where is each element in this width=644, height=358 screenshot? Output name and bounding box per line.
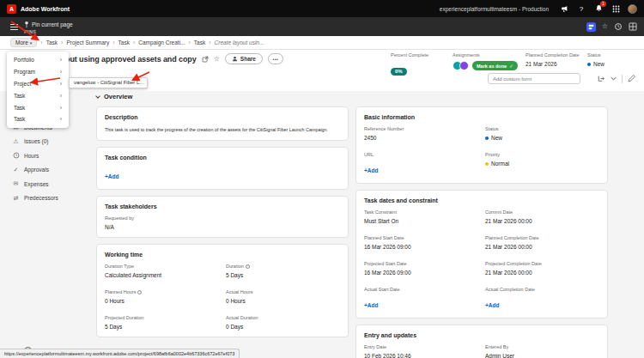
notifications-bell-icon[interactable]: 1: [593, 3, 604, 14]
pin-current-page-button[interactable]: Pin current page: [24, 20, 73, 28]
add-url-link[interactable]: +Add: [364, 167, 378, 173]
breadcrumb: More ▾ › Task › Project Summary › Task ›…: [0, 36, 644, 50]
open-link-icon[interactable]: [202, 56, 209, 63]
field: Duration Type Calculated Assignment: [105, 264, 219, 278]
field-label: Actual Start Date: [364, 287, 478, 292]
field: Task Constraint Must Start On: [364, 209, 478, 224]
approvals-icon: ✓: [12, 167, 20, 173]
menu-item-label: Task: [14, 105, 25, 111]
planned-completion-value: 21 Mar 2026: [526, 61, 580, 67]
assignments-block: Assignments Mark as done ✓: [453, 52, 518, 70]
menu-item-portfolio[interactable]: Portfolio ›: [7, 54, 69, 66]
menu-item-label: Project: [14, 81, 31, 87]
breadcrumb-item[interactable]: Campaign Creati...: [138, 39, 185, 46]
menu-item-task[interactable]: Task ›: [7, 113, 69, 125]
breadcrumb-more-menu: Portfolio › Program › Project › Task › T…: [7, 52, 69, 128]
blue-page-icon[interactable]: [586, 22, 596, 32]
field: Priority Normal: [485, 152, 599, 176]
star-icon[interactable]: ☆: [602, 23, 608, 30]
chevron-right-icon: ›: [60, 69, 62, 75]
sidebar-item-hours[interactable]: Hours: [0, 149, 89, 163]
menu-item-program[interactable]: Program ›: [7, 66, 69, 78]
breadcrumb-item[interactable]: Task: [46, 39, 58, 46]
chevron-right-icon: ›: [60, 116, 62, 122]
pin-bar: Pin current page PINS ☆: [0, 17, 644, 36]
megaphone-icon[interactable]: [559, 3, 569, 14]
more-options-button[interactable]: •••: [268, 53, 283, 64]
share-button[interactable]: Share: [225, 53, 263, 64]
history-icon[interactable]: [614, 22, 623, 31]
mark-as-done-button[interactable]: Mark as done ✓: [472, 61, 518, 70]
layout-grid-icon[interactable]: [629, 22, 637, 31]
chevron-down-icon: ▾: [30, 40, 33, 46]
add-actual-start-link[interactable]: +Add: [364, 302, 378, 308]
breadcrumb-separator: ›: [61, 39, 63, 46]
description-text: This task is used to track the progress …: [105, 126, 340, 133]
field: Commit Date 21 Mar 2026 00:00: [485, 209, 599, 224]
chevron-right-icon: ›: [60, 81, 62, 87]
chevron-down-icon[interactable]: [611, 76, 617, 81]
percent-complete-label: Percent Complete: [391, 52, 428, 58]
status-label: Status: [587, 52, 605, 58]
field-label: Projected Completion Date: [485, 261, 599, 266]
task-dates-card: Task dates and constraint Task Constrain…: [355, 190, 608, 319]
user-avatar[interactable]: [628, 4, 637, 14]
field-label: Commit Date: [485, 209, 599, 215]
entry-updates-card: Entry and updates Entry Date 10 Feb 2026…: [355, 325, 608, 358]
add-actual-completion-link[interactable]: +Add: [485, 302, 499, 308]
basic-information-card: Basic information Reference Number 2450 …: [355, 106, 608, 184]
help-icon[interactable]: ?: [576, 3, 586, 14]
field-value: 2450: [364, 135, 478, 141]
breadcrumb-more-button[interactable]: More ▾: [10, 38, 37, 47]
chevron-right-icon: ›: [60, 105, 62, 111]
sidebar-item-predecessors[interactable]: ⇄ Predecessors: [0, 191, 89, 206]
menu-item-task[interactable]: Task ›: [7, 101, 69, 113]
breadcrumb-item[interactable]: Task: [194, 39, 205, 46]
card-title: Entry and updates: [364, 332, 599, 338]
project-flyout-item[interactable]: vangeluw - CitiSignal Fiber L...: [69, 77, 148, 88]
field-label: Task Constraint: [364, 209, 478, 215]
sidebar-item-approvals[interactable]: ✓ Approvals: [0, 163, 89, 178]
field: Requested by N/A: [105, 215, 340, 230]
menu-item-project[interactable]: Project ›: [7, 78, 69, 90]
check-icon: ✓: [509, 64, 513, 69]
card-title: Basic information: [364, 114, 599, 120]
field-label: Actual Duration: [226, 315, 340, 320]
breadcrumb-item[interactable]: Task: [118, 39, 130, 46]
field-value: Calculated Assignment: [105, 272, 219, 278]
menu-item-label: Task: [14, 93, 25, 99]
percent-complete-block: Percent Complete 0%: [391, 52, 428, 76]
notification-badge: 1: [600, 1, 606, 7]
overview-collapse-header[interactable]: Overview: [96, 93, 608, 100]
menu-item-task[interactable]: Task ›: [7, 89, 69, 101]
field-value: 0 Hours: [105, 298, 219, 304]
field: Planned Start Date 16 Mar 2026 09:00: [364, 235, 478, 250]
breadcrumb-separator: ›: [189, 39, 191, 46]
status-value: New: [593, 61, 605, 67]
field-label: Duration Type: [105, 264, 219, 269]
assignee-avatar[interactable]: [459, 61, 469, 70]
breadcrumb-current: Create layout usin...: [215, 39, 264, 46]
info-icon[interactable]: i: [137, 290, 142, 294]
sidebar-item-issues[interactable]: ⚠ Issues (0): [0, 135, 89, 149]
pin-current-page-label: Pin current page: [32, 21, 73, 27]
sidebar-item-expenses[interactable]: ✉ Expenses: [0, 177, 89, 191]
export-icon[interactable]: [597, 75, 605, 82]
predecessors-icon: ⇄: [12, 195, 20, 202]
breadcrumb-item[interactable]: Project Summary: [66, 39, 109, 46]
favorite-star-icon[interactable]: ☆: [214, 55, 220, 63]
add-custom-form-input[interactable]: [488, 73, 580, 84]
add-condition-link[interactable]: +Add: [105, 173, 118, 179]
environment-label: experienceplatformultimateesm - Producti…: [440, 6, 549, 12]
edit-pencil-icon[interactable]: [628, 75, 635, 82]
info-icon[interactable]: i: [246, 264, 250, 269]
hamburger-menu-icon[interactable]: [10, 24, 18, 32]
task-stakeholders-card: Task stakeholders Requested by N/A: [96, 196, 349, 238]
pins-label: PINS: [24, 29, 36, 34]
field: Status New: [485, 126, 599, 141]
field-label: Priority: [485, 152, 599, 157]
field-label: Actual Completion Date: [485, 287, 599, 292]
app-switcher-icon[interactable]: [611, 3, 621, 14]
breadcrumb-separator: ›: [112, 39, 114, 46]
field-value: 10 Feb 2026 10:46: [364, 353, 478, 358]
